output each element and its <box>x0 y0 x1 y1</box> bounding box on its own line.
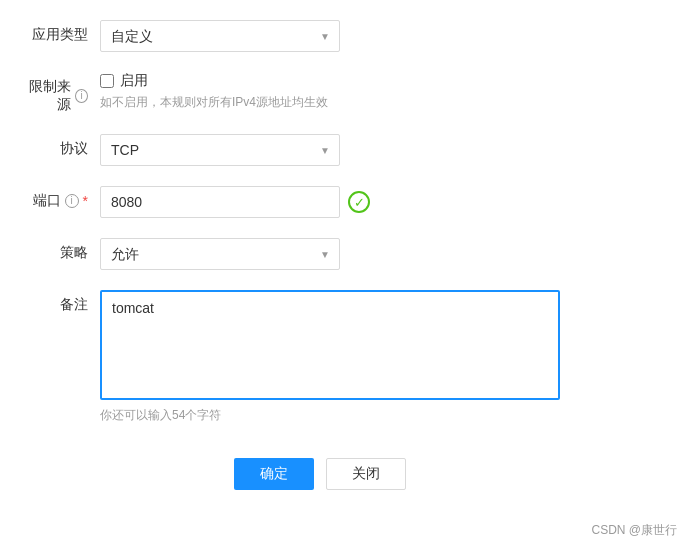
protocol-control: TCP UDP ICMP ALL ▼ <box>100 134 620 166</box>
port-input-group: ✓ <box>100 186 620 218</box>
port-label: 端口 i * <box>20 186 100 210</box>
remark-control: tomcat 你还可以输入54个字符 <box>100 290 620 424</box>
remark-textarea[interactable]: tomcat <box>100 290 560 400</box>
app-type-select[interactable]: 自定义 HTTP HTTPS SSH RDP <box>100 20 340 52</box>
watermark: CSDN @康世行 <box>591 522 677 539</box>
port-input[interactable] <box>100 186 340 218</box>
app-type-select-wrapper[interactable]: 自定义 HTTP HTTPS SSH RDP ▼ <box>100 20 340 52</box>
form-container: 应用类型 自定义 HTTP HTTPS SSH RDP ▼ 限制来源 i <box>0 0 660 510</box>
protocol-row: 协议 TCP UDP ICMP ALL ▼ <box>20 134 620 166</box>
limit-source-control: 启用 如不启用，本规则对所有IPv4源地址均生效 <box>100 72 620 111</box>
policy-control: 允许 拒绝 ▼ <box>100 238 620 270</box>
confirm-button[interactable]: 确定 <box>234 458 314 490</box>
remark-label: 备注 <box>20 290 100 314</box>
cancel-button[interactable]: 关闭 <box>326 458 406 490</box>
remark-row: 备注 tomcat 你还可以输入54个字符 <box>20 290 620 424</box>
protocol-select-wrapper[interactable]: TCP UDP ICMP ALL ▼ <box>100 134 340 166</box>
limit-source-info-icon[interactable]: i <box>75 89 88 103</box>
app-type-label: 应用类型 <box>20 20 100 44</box>
limit-source-row: 限制来源 i 启用 如不启用，本规则对所有IPv4源地址均生效 <box>20 72 620 114</box>
app-type-control: 自定义 HTTP HTTPS SSH RDP ▼ <box>100 20 620 52</box>
limit-source-checkbox[interactable] <box>100 74 114 88</box>
policy-row: 策略 允许 拒绝 ▼ <box>20 238 620 270</box>
port-control: ✓ <box>100 186 620 218</box>
port-row: 端口 i * ✓ <box>20 186 620 218</box>
policy-label: 策略 <box>20 238 100 262</box>
port-info-icon[interactable]: i <box>65 194 79 208</box>
port-required-star: * <box>83 193 88 209</box>
limit-source-label: 限制来源 i <box>20 72 100 114</box>
remark-char-count: 你还可以输入54个字符 <box>100 407 620 424</box>
app-type-row: 应用类型 自定义 HTTP HTTPS SSH RDP ▼ <box>20 20 620 52</box>
limit-source-hint: 如不启用，本规则对所有IPv4源地址均生效 <box>100 94 620 111</box>
protocol-select[interactable]: TCP UDP ICMP ALL <box>100 134 340 166</box>
limit-source-checkbox-row: 启用 <box>100 72 620 90</box>
limit-source-checkbox-label: 启用 <box>120 72 148 90</box>
port-valid-icon: ✓ <box>348 191 370 213</box>
footer-buttons: 确定 关闭 <box>20 448 620 490</box>
policy-select-wrapper[interactable]: 允许 拒绝 ▼ <box>100 238 340 270</box>
policy-select[interactable]: 允许 拒绝 <box>100 238 340 270</box>
protocol-label: 协议 <box>20 134 100 158</box>
